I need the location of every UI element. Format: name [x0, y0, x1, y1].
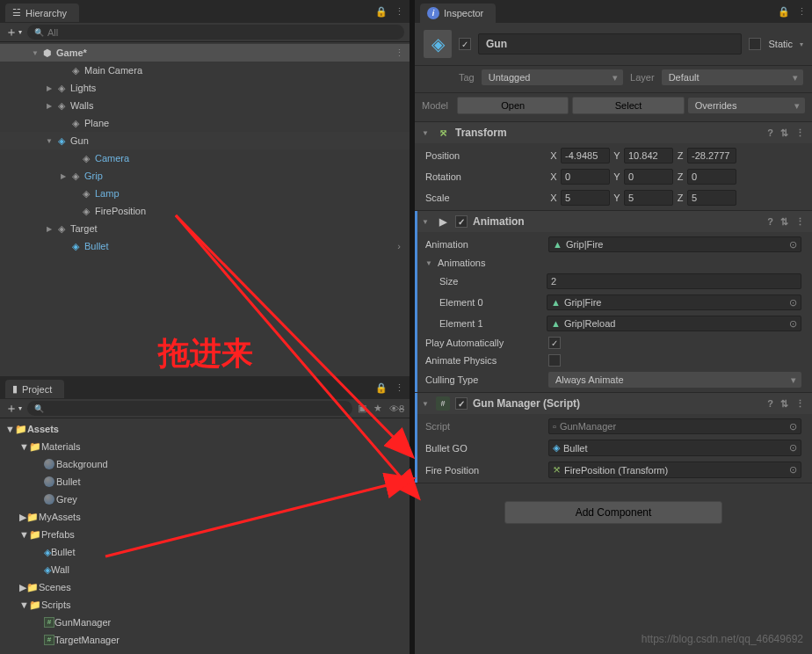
object-name-field[interactable] — [478, 33, 742, 54]
chevron-right-icon[interactable]: › — [397, 241, 401, 251]
prefab-wall[interactable]: ◈ Wall — [0, 561, 410, 578]
animate-physics-checkbox[interactable] — [548, 354, 561, 367]
preset-icon[interactable]: ⇅ — [780, 398, 788, 410]
project-search[interactable]: 🔍 — [27, 401, 352, 416]
collapse-arrow[interactable]: ▼ — [422, 129, 431, 137]
active-checkbox[interactable] — [459, 38, 471, 50]
prefab-bullet[interactable]: ◈ Bullet — [0, 543, 410, 561]
menu-icon[interactable]: ⋮ — [797, 6, 807, 18]
hierarchy-item-bullet[interactable]: ◈ Bullet › — [0, 237, 410, 255]
object-picker-icon[interactable]: ⊙ — [789, 442, 797, 454]
scene-menu-icon[interactable]: ⋮ — [395, 47, 404, 59]
visibility-icon[interactable]: 👁8 — [389, 403, 404, 414]
project-tab[interactable]: ▮ Project — [5, 380, 64, 398]
pos-y[interactable] — [624, 148, 673, 164]
collapse-arrow[interactable]: ▼ — [422, 218, 431, 226]
script-enabled-checkbox[interactable] — [455, 397, 468, 410]
anim-enabled-checkbox[interactable] — [455, 215, 468, 228]
rot-x[interactable] — [561, 169, 610, 185]
hierarchy-item-grip[interactable]: ▶◈ Grip — [0, 167, 410, 185]
material-bullet[interactable]: Bullet — [0, 473, 410, 490]
hierarchy-item-gun[interactable]: ▼◈ Gun — [0, 132, 410, 149]
menu-icon[interactable]: ⋮ — [395, 382, 404, 394]
menu-icon[interactable]: ⋮ — [795, 398, 805, 410]
inspector-tab[interactable]: i Inspector — [420, 4, 496, 23]
anim-element-0[interactable]: ▲Grip|Fire⊙ — [547, 294, 801, 310]
overrides-dropdown[interactable]: Overrides — [688, 98, 805, 113]
expand-arrow[interactable]: ▼ — [44, 137, 54, 145]
scale-x[interactable] — [561, 190, 610, 206]
expand-arrow[interactable]: ▶ — [44, 102, 54, 110]
scale-y[interactable] — [624, 190, 673, 206]
expand-arrow[interactable]: ▼ — [30, 49, 40, 57]
scene-row[interactable]: ▼ ⬢ Game* ⋮ — [0, 44, 410, 62]
preset-icon[interactable]: ⇅ — [780, 127, 788, 139]
object-picker-icon[interactable]: ⊙ — [789, 318, 797, 330]
collapse-arrow[interactable]: ▼ — [422, 400, 431, 408]
static-dropdown-arrow[interactable]: ▾ — [800, 40, 803, 48]
static-checkbox[interactable] — [749, 38, 761, 50]
hierarchy-item-plane[interactable]: ◈ Plane — [0, 114, 410, 132]
create-button[interactable]: ＋▾ — [5, 401, 22, 417]
tag-dropdown[interactable]: Untagged — [482, 69, 623, 85]
lock-icon[interactable]: 🔒 — [375, 382, 388, 394]
material-background[interactable]: Background — [0, 455, 410, 473]
scale-z[interactable] — [687, 190, 736, 206]
object-picker-icon[interactable]: ⊙ — [789, 239, 797, 251]
add-component-button[interactable]: Add Component — [504, 501, 723, 524]
anim-size-field[interactable] — [547, 273, 801, 289]
materials-folder[interactable]: ▼📁 Materials — [0, 438, 410, 455]
rot-y[interactable] — [624, 169, 673, 185]
culling-dropdown[interactable]: Always Animate — [548, 372, 801, 388]
preset-icon[interactable]: ⇅ — [780, 216, 788, 228]
object-picker-icon[interactable]: ⊙ — [789, 421, 797, 432]
expand-arrow[interactable]: ▶ — [44, 84, 54, 92]
project-search-input[interactable] — [47, 403, 345, 414]
hierarchy-tab[interactable]: ☱ Hierarchy — [5, 4, 79, 22]
menu-icon[interactable]: ⋮ — [395, 6, 404, 18]
hierarchy-item-target[interactable]: ▶◈ Target — [0, 220, 410, 237]
pos-z[interactable] — [687, 148, 736, 164]
hierarchy-item-fireposition[interactable]: ◈ FirePosition — [0, 202, 410, 220]
expand-arrow[interactable]: ▶ — [44, 225, 54, 233]
hierarchy-search[interactable]: 🔍 — [27, 25, 404, 40]
hierarchy-item-lights[interactable]: ▶◈ Lights — [0, 79, 410, 97]
hierarchy-item-main-camera[interactable]: ◈ Main Camera — [0, 62, 410, 79]
hierarchy-item-lamp[interactable]: ◈ Lamp — [0, 185, 410, 202]
filter-icon[interactable]: ▣ — [358, 403, 366, 414]
animation-clip-field[interactable]: ▲Grip|Fire⊙ — [548, 236, 801, 252]
myassets-folder[interactable]: ▶📁 MyAssets — [0, 508, 410, 526]
help-icon[interactable]: ? — [767, 127, 773, 139]
select-button[interactable]: Select — [572, 97, 684, 114]
menu-icon[interactable]: ⋮ — [795, 216, 805, 228]
scenes-folder[interactable]: ▶📁 Scenes — [0, 578, 410, 596]
expand-arrow[interactable]: ▶ — [58, 172, 69, 180]
create-button[interactable]: ＋▾ — [5, 25, 22, 40]
lock-icon[interactable]: 🔒 — [375, 6, 388, 18]
star-icon[interactable]: ★ — [373, 403, 382, 414]
material-grey[interactable]: Grey — [0, 490, 410, 508]
lock-icon[interactable]: 🔒 — [778, 6, 790, 18]
help-icon[interactable]: ? — [767, 398, 773, 410]
hierarchy-item-camera[interactable]: ◈ Camera — [0, 149, 410, 167]
scripts-folder[interactable]: ▼📁 Scripts — [0, 596, 410, 614]
menu-icon[interactable]: ⋮ — [795, 127, 805, 139]
bullet-go-field[interactable]: ◈Bullet⊙ — [548, 440, 801, 456]
open-button[interactable]: Open — [457, 97, 569, 114]
object-icon[interactable]: ◈ — [424, 30, 452, 58]
pos-x[interactable] — [561, 148, 610, 164]
layer-dropdown[interactable]: Default — [662, 69, 803, 85]
anim-element-1[interactable]: ▲Grip|Reload⊙ — [547, 316, 801, 331]
hierarchy-item-walls[interactable]: ▶◈ Walls — [0, 97, 410, 114]
help-icon[interactable]: ? — [767, 216, 773, 228]
script-targetmanager[interactable]: # TargetManager — [0, 631, 410, 649]
assets-folder[interactable]: ▼📁 Assets — [0, 420, 410, 438]
rot-z[interactable] — [687, 169, 736, 185]
search-input[interactable] — [47, 27, 397, 38]
play-auto-checkbox[interactable] — [548, 337, 561, 349]
prefabs-folder[interactable]: ▼📁 Prefabs — [0, 526, 410, 543]
script-gunmanager[interactable]: # GunManager — [0, 614, 410, 631]
object-picker-icon[interactable]: ⊙ — [789, 297, 797, 309]
fire-position-field[interactable]: ⤧FirePosition (Transform)⊙ — [548, 461, 801, 478]
object-picker-icon[interactable]: ⊙ — [789, 464, 797, 476]
